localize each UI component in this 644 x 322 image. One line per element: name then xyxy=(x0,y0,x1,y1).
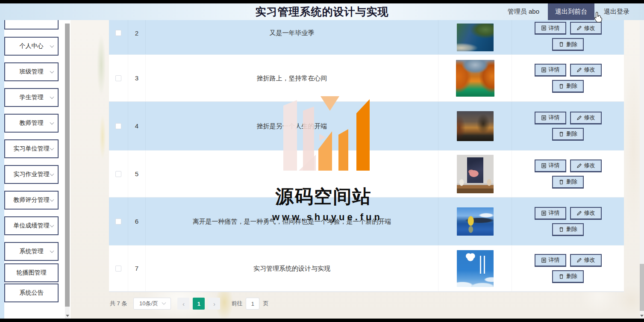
edit-button[interactable]: 修改 xyxy=(570,207,602,220)
row-checkbox[interactable] xyxy=(115,75,121,81)
pencil-icon xyxy=(576,115,582,121)
logout-button[interactable]: 退出登录 xyxy=(601,3,632,20)
current-page-button[interactable]: 1 xyxy=(193,298,205,310)
document-icon xyxy=(541,210,547,216)
row-index: 6 xyxy=(128,198,146,245)
delete-button[interactable]: 删除 xyxy=(552,223,584,236)
current-user-label: 管理员 abo xyxy=(508,3,539,20)
pencil-icon xyxy=(576,210,582,216)
edit-button[interactable]: 修改 xyxy=(570,254,602,267)
row-index: 5 xyxy=(128,151,146,197)
page-scrollbar[interactable] xyxy=(640,20,644,319)
row-index: 4 xyxy=(128,102,146,150)
trash-icon xyxy=(559,227,564,232)
row-checkbox[interactable] xyxy=(115,123,121,129)
trash-icon xyxy=(559,83,564,89)
chevron-down-icon xyxy=(50,95,54,99)
detail-button[interactable]: 详情 xyxy=(535,64,566,77)
row-title xyxy=(146,151,438,197)
document-icon xyxy=(541,115,547,121)
table-row: 2 又是一年毕业季 详情 修改 删除 xyxy=(109,20,624,55)
sidebar-scrollbar-thumb[interactable] xyxy=(65,24,70,307)
table-row: 6 离开是一种痛苦，是一种勇气，但同样也是一个考验，是一个新的开端 详情 修改 … xyxy=(109,198,624,245)
page-scrollbar-thumb[interactable] xyxy=(640,264,644,311)
sidebar-item-system-notice[interactable]: 系统公告 xyxy=(4,284,59,302)
sidebar-item-internship-work-mgmt[interactable]: 实习作业管理 xyxy=(4,165,59,184)
table-row: 7 实习管理系统的设计与实现 详情 修改 删除 xyxy=(109,245,624,292)
pencil-icon xyxy=(576,257,582,263)
detail-button[interactable]: 详情 xyxy=(535,22,566,35)
sidebar-accent-strip xyxy=(0,20,4,319)
sidebar-scrollbar[interactable] xyxy=(65,24,70,319)
next-page-button[interactable]: › xyxy=(208,298,220,310)
edit-button[interactable]: 修改 xyxy=(570,160,602,172)
row-index: 2 xyxy=(128,20,146,54)
row-image xyxy=(457,24,494,51)
row-image xyxy=(457,250,494,287)
document-icon xyxy=(541,25,547,31)
table-row: 4 挫折是另一个人生的开端 详情 修改 删除 xyxy=(109,102,624,151)
sidebar-item-system-mgmt[interactable]: 系统管理 xyxy=(4,242,59,261)
row-image xyxy=(457,207,494,236)
chevron-down-icon xyxy=(50,44,54,48)
app-window: 实习管理系统的设计与实现 管理员 abo 退出到前台 退出登录 个人中心 班级管… xyxy=(0,0,644,322)
detail-button[interactable]: 详情 xyxy=(535,160,566,172)
chevron-down-icon xyxy=(50,198,54,202)
scroll-down-icon[interactable] xyxy=(66,315,69,317)
delete-button[interactable]: 删除 xyxy=(552,128,584,141)
row-index: 3 xyxy=(128,55,146,101)
sidebar-item-unit-score-mgmt[interactable]: 单位成绩管理 xyxy=(4,216,59,235)
edit-button[interactable]: 修改 xyxy=(570,112,602,124)
row-checkbox[interactable] xyxy=(115,219,121,225)
detail-button[interactable]: 详情 xyxy=(535,112,566,124)
row-title: 又是一年毕业季 xyxy=(146,20,438,54)
edit-button[interactable]: 修改 xyxy=(570,64,602,77)
document-icon xyxy=(541,163,547,168)
row-image xyxy=(457,111,494,141)
table-row: 5 详情 修改 删除 xyxy=(109,151,624,198)
pagination: 共 7 条 10条/页 ‹ 1 › 前往 页 xyxy=(110,295,268,312)
row-image xyxy=(457,155,494,193)
sidebar-item-carousel-mgmt[interactable]: 轮播图管理 xyxy=(4,263,59,282)
goto-page-input[interactable] xyxy=(246,298,259,310)
sidebar-item-teacher-score-mgmt[interactable]: 教师评分管理 xyxy=(4,191,59,210)
sidebar-item-student-mgmt[interactable]: 学生管理 xyxy=(4,88,59,107)
sidebar-item-class-mgmt[interactable]: 班级管理 xyxy=(4,62,59,81)
chevron-down-icon xyxy=(50,121,54,125)
pencil-icon xyxy=(576,67,582,73)
row-checkbox[interactable] xyxy=(115,266,121,272)
trash-icon xyxy=(559,179,564,185)
page-unit-label: 页 xyxy=(263,300,268,307)
document-icon xyxy=(541,257,547,263)
row-title: 挫折是另一个人生的开端 xyxy=(146,102,438,150)
row-image xyxy=(456,60,494,97)
exit-to-front-button[interactable]: 退出到前台 xyxy=(548,3,594,20)
prev-page-button[interactable]: ‹ xyxy=(177,298,189,310)
sidebar-item-personal-center[interactable]: 个人中心 xyxy=(4,37,59,56)
detail-button[interactable]: 详情 xyxy=(535,254,566,267)
chevron-down-icon xyxy=(50,223,54,227)
sidebar: 个人中心 班级管理 学生管理 教师管理 实习单位管理 实习作业管理 教师评分管理… xyxy=(0,20,71,319)
carousel-table: 2 又是一年毕业季 详情 修改 删除 3 挫折路上，坚持常在 xyxy=(109,20,624,292)
sidebar-item-teacher-mgmt[interactable]: 教师管理 xyxy=(4,114,59,133)
row-title: 离开是一种痛苦，是一种勇气，但同样也是一个考验，是一个新的开端 xyxy=(146,198,438,245)
top-header: 实习管理系统的设计与实现 管理员 abo 退出到前台 退出登录 xyxy=(0,3,644,20)
pencil-icon xyxy=(576,163,582,168)
sidebar-item-internship-unit-mgmt[interactable]: 实习单位管理 xyxy=(4,139,59,158)
page-body: 个人中心 班级管理 学生管理 教师管理 实习单位管理 实习作业管理 教师评分管理… xyxy=(0,20,644,319)
mouse-cursor-icon xyxy=(593,11,603,25)
total-count-label: 共 7 条 xyxy=(110,300,127,307)
chevron-down-icon xyxy=(50,249,54,253)
delete-button[interactable]: 删除 xyxy=(552,176,584,189)
sidebar-item-partial[interactable] xyxy=(4,20,59,30)
delete-button[interactable]: 删除 xyxy=(552,80,584,93)
chevron-down-icon xyxy=(162,300,166,304)
delete-button[interactable]: 删除 xyxy=(552,270,584,283)
row-checkbox[interactable] xyxy=(115,171,121,177)
delete-button[interactable]: 删除 xyxy=(552,38,584,51)
goto-label: 前往 xyxy=(231,300,242,307)
detail-button[interactable]: 详情 xyxy=(535,207,566,220)
row-checkbox[interactable] xyxy=(115,30,121,36)
page-size-select[interactable]: 10条/页 xyxy=(133,298,171,310)
scroll-down-icon[interactable] xyxy=(640,315,644,317)
